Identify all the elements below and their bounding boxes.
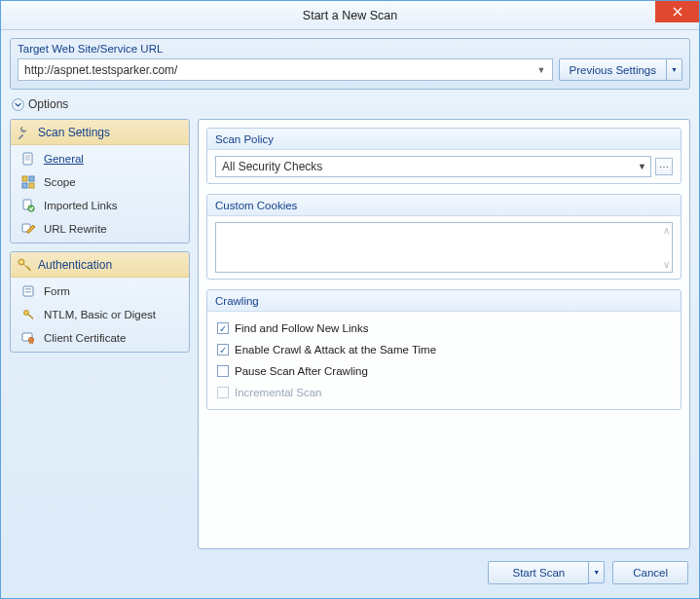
svg-point-9	[20, 261, 22, 263]
options-toggle[interactable]: Options	[12, 97, 690, 111]
options-label: Options	[28, 97, 68, 111]
start-scan-button[interactable]: Start Scan	[488, 561, 589, 584]
link-import-icon	[20, 198, 36, 213]
previous-settings-button[interactable]: Previous Settings	[559, 58, 668, 81]
scroll-up-icon[interactable]: ∧	[663, 225, 670, 236]
page-icon	[20, 151, 36, 167]
chevron-down-icon[interactable]: ▼	[537, 65, 546, 75]
wrench-icon	[17, 125, 32, 140]
svg-rect-3	[22, 183, 27, 188]
checkbox-icon: ✓	[217, 344, 229, 356]
start-scan-split-button: Start Scan ▼	[488, 561, 605, 584]
checkbox-pause-after-crawling[interactable]: Pause Scan After Crawling	[215, 360, 673, 382]
scan-policy-value: All Security Checks	[222, 160, 322, 173]
svg-rect-2	[29, 176, 34, 181]
dialog-window: Start a New Scan Target Web Site/Service…	[0, 0, 700, 599]
settings-detail-pane: Scan Policy All Security Checks ▼ ⋯ Cust…	[198, 119, 690, 549]
sidebar-item-imported-links[interactable]: Imported Links	[11, 194, 189, 217]
svg-point-15	[29, 338, 34, 343]
sidebar-item-general[interactable]: General	[11, 147, 189, 170]
key-icon	[17, 257, 32, 273]
content-area: Target Web Site/Service URL http://aspne…	[1, 30, 699, 598]
close-icon	[673, 7, 682, 17]
scan-policy-combo[interactable]: All Security Checks ▼	[215, 156, 651, 177]
checkbox-label: Pause Scan After Crawling	[235, 365, 368, 377]
previous-settings-label: Previous Settings	[570, 64, 657, 76]
sidebar-item-scope[interactable]: Scope	[11, 170, 189, 194]
sidebar-item-url-rewrite[interactable]: URL Rewrite	[11, 217, 189, 241]
checkbox-find-follow-links[interactable]: ✓ Find and Follow New Links	[215, 318, 673, 339]
form-icon	[20, 283, 36, 299]
titlebar: Start a New Scan	[1, 1, 699, 30]
checkbox-icon	[217, 387, 229, 398]
custom-cookies-textarea[interactable]: ∧ ∨	[215, 222, 673, 273]
checkbox-icon	[217, 365, 229, 377]
checkbox-label: Find and Follow New Links	[235, 322, 368, 334]
svg-rect-11	[25, 288, 31, 290]
svg-rect-1	[22, 176, 27, 181]
url-rewrite-icon	[20, 221, 36, 237]
scan-policy-header: Scan Policy	[207, 129, 681, 150]
authentication-panel: Authentication Form NTLM, Basic or Diges…	[10, 251, 190, 353]
checkbox-icon: ✓	[217, 322, 229, 334]
crawling-group: Crawling ✓ Find and Follow New Links ✓ E…	[206, 289, 682, 410]
scan-settings-body: General Scope Imported Links URL Re	[11, 145, 189, 243]
sidebar-item-ntlm-auth[interactable]: NTLM, Basic or Digest	[11, 303, 189, 326]
authentication-header-label: Authentication	[38, 258, 112, 272]
sidebar-item-client-cert[interactable]: Client Certificate	[11, 326, 189, 350]
scan-settings-header[interactable]: Scan Settings	[11, 120, 189, 145]
scan-settings-panel: Scan Settings General Scope	[10, 119, 190, 243]
sidebar-item-label: Imported Links	[44, 200, 117, 211]
custom-cookies-header: Custom Cookies	[207, 195, 681, 216]
svg-rect-0	[23, 153, 32, 165]
authentication-header[interactable]: Authentication	[11, 252, 189, 278]
checkbox-incremental-scan: Incremental Scan	[215, 382, 673, 403]
scan-policy-row: All Security Checks ▼ ⋯	[215, 156, 673, 177]
custom-cookies-body: ∧ ∨	[207, 216, 681, 279]
target-url-group: Target Web Site/Service URL http://aspne…	[10, 38, 690, 90]
target-url-value: http://aspnet.testsparker.com/	[24, 63, 177, 77]
chevron-down-icon[interactable]: ▼	[638, 162, 646, 171]
svg-rect-4	[29, 183, 34, 188]
target-url-row: http://aspnet.testsparker.com/ ▼ Previou…	[18, 58, 682, 81]
scroll-down-icon[interactable]: ∨	[663, 259, 670, 270]
sidebar-item-label: URL Rewrite	[44, 223, 107, 235]
previous-settings-dropdown[interactable]: ▼	[667, 58, 682, 81]
authentication-body: Form NTLM, Basic or Digest Client Certif…	[11, 278, 189, 352]
checkbox-label: Enable Crawl & Attack at the Same Time	[235, 344, 436, 356]
scan-policy-browse-button[interactable]: ⋯	[655, 158, 673, 175]
scan-policy-body: All Security Checks ▼ ⋯	[207, 150, 681, 183]
cancel-label: Cancel	[633, 567, 668, 579]
scan-policy-group: Scan Policy All Security Checks ▼ ⋯	[206, 128, 682, 184]
sidebar-item-label: General	[44, 153, 84, 165]
certificate-icon	[20, 330, 36, 346]
key-small-icon	[20, 307, 36, 322]
crawling-header: Crawling	[207, 290, 681, 312]
start-scan-label: Start Scan	[512, 567, 565, 579]
sidebar-item-label: NTLM, Basic or Digest	[44, 309, 156, 320]
cancel-button[interactable]: Cancel	[612, 561, 688, 584]
checkbox-label: Incremental Scan	[235, 387, 322, 398]
scan-settings-header-label: Scan Settings	[38, 126, 110, 139]
sidebar-item-form-auth[interactable]: Form	[11, 280, 189, 303]
sidebar-item-label: Scope	[44, 176, 76, 188]
sidebar-item-label: Form	[44, 285, 70, 297]
footer: Start Scan ▼ Cancel	[10, 555, 690, 590]
crawling-body: ✓ Find and Follow New Links ✓ Enable Cra…	[207, 312, 681, 409]
scope-icon	[20, 174, 36, 190]
checkbox-crawl-attack-same-time[interactable]: ✓ Enable Crawl & Attack at the Same Time	[215, 339, 673, 360]
start-scan-dropdown[interactable]: ▼	[589, 561, 605, 583]
target-url-label: Target Web Site/Service URL	[18, 43, 682, 55]
svg-rect-12	[25, 291, 31, 293]
main-area: Scan Settings General Scope	[10, 119, 690, 549]
sidebar: Scan Settings General Scope	[10, 119, 190, 549]
previous-settings-split-button: Previous Settings ▼	[559, 58, 683, 81]
sidebar-item-label: Client Certificate	[44, 332, 126, 344]
close-button[interactable]	[655, 1, 699, 22]
chevron-down-icon	[12, 98, 24, 111]
target-url-input[interactable]: http://aspnet.testsparker.com/ ▼	[18, 58, 553, 81]
custom-cookies-group: Custom Cookies ∧ ∨	[206, 194, 682, 280]
window-title: Start a New Scan	[303, 9, 397, 22]
